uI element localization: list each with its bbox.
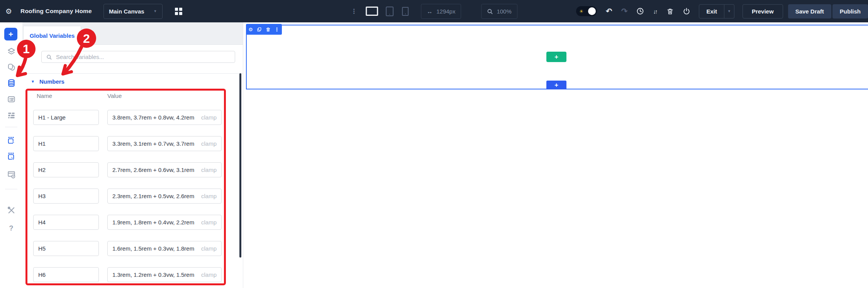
select-element-alt-icon[interactable] bbox=[7, 151, 16, 160]
numbers-section-toggle[interactable]: ▼ Numbers bbox=[31, 78, 64, 85]
variable-value-input[interactable]: 2.3rem, 2.1rem + 0.5vw, 2.6rem clamp bbox=[107, 189, 222, 204]
variable-row: 1.3rem, 1.2rem + 0.3vw, 1.5rem clamp bbox=[33, 267, 222, 282]
search-variables-input[interactable] bbox=[55, 53, 230, 61]
variable-row: 2.3rem, 2.1rem + 0.5vw, 2.6rem clamp bbox=[33, 189, 222, 204]
variable-value-text: 3.8rem, 3.7rem + 0.8vw, 4.2rem bbox=[112, 114, 194, 121]
add-section-below-button[interactable]: + bbox=[546, 81, 566, 89]
clamp-unit-label: clamp bbox=[201, 167, 217, 173]
publish-button[interactable]: Publish bbox=[832, 4, 868, 19]
variables-table: 3.8rem, 3.7rem + 0.8vw, 4.2rem clamp 3.3… bbox=[33, 110, 222, 282]
variable-row: 3.8rem, 3.7rem + 0.8vw, 4.2rem clamp bbox=[33, 110, 222, 125]
left-icon-rail: + ? bbox=[0, 22, 22, 288]
variable-value-text: 1.6rem, 1.5rem + 0.3vw, 1.8rem bbox=[112, 245, 194, 252]
variable-value-input[interactable]: 1.3rem, 1.2rem + 0.3vw, 1.5rem clamp bbox=[107, 267, 222, 282]
delete-element-trash-icon[interactable] bbox=[266, 27, 271, 32]
panel-tab-strip: Global Variables bbox=[22, 22, 243, 45]
variable-value-text: 1.9rem, 1.8rem + 0.4vw, 2.2rem bbox=[112, 219, 194, 226]
element-settings-gear-icon[interactable]: ⚙ bbox=[248, 27, 253, 32]
element-toolbar: ⚙ ⋮ bbox=[246, 24, 282, 35]
variable-value-input[interactable]: 1.6rem, 1.5rem + 0.3vw, 1.8rem clamp bbox=[107, 241, 222, 256]
zoom-value: 100% bbox=[497, 8, 511, 15]
variable-name-input[interactable] bbox=[33, 267, 99, 282]
theme-toggle[interactable]: ☀ bbox=[576, 6, 597, 16]
clamp-unit-label: clamp bbox=[201, 271, 217, 278]
layers-icon[interactable] bbox=[7, 47, 16, 56]
variable-value-input[interactable]: 3.8rem, 3.7rem + 0.8vw, 4.2rem clamp bbox=[107, 110, 222, 125]
variable-value-text: 2.3rem, 2.1rem + 0.5vw, 2.6rem bbox=[112, 193, 194, 199]
tablet-breakpoint-icon[interactable] bbox=[386, 7, 393, 16]
global-variables-panel: Global Variables ▼ Numbers Name Value 3.… bbox=[22, 22, 243, 288]
add-element-button[interactable]: + bbox=[4, 28, 17, 40]
variable-value-input[interactable]: 2.7rem, 2.6rem + 0.6vw, 3.1rem clamp bbox=[107, 162, 222, 177]
element-kebab-menu-icon[interactable]: ⋮ bbox=[275, 27, 280, 32]
rail-divider bbox=[5, 189, 17, 189]
clamp-unit-label: clamp bbox=[201, 140, 217, 147]
trash-icon[interactable] bbox=[666, 8, 674, 15]
power-icon[interactable] bbox=[683, 7, 690, 15]
variable-value-input[interactable]: 3.3rem, 3.1rem + 0.7vw, 3.7rem clamp bbox=[107, 136, 222, 151]
variable-name-input[interactable] bbox=[33, 110, 99, 125]
desktop-breakpoint-icon[interactable] bbox=[366, 7, 378, 16]
search-row bbox=[22, 45, 243, 74]
global-data-database-icon[interactable] bbox=[7, 78, 16, 88]
width-arrows-icon: ↔ bbox=[427, 8, 432, 15]
exit-button[interactable]: Exit bbox=[699, 4, 724, 19]
clamp-unit-label: clamp bbox=[201, 219, 217, 226]
variable-row: 1.9rem, 1.8rem + 0.4vw, 2.2rem clamp bbox=[33, 215, 222, 230]
zoom-control[interactable]: 100% bbox=[481, 4, 517, 19]
canvas-width-input[interactable]: ↔ 1294px bbox=[421, 4, 461, 19]
duplicate-icon[interactable] bbox=[257, 27, 262, 32]
template-pages-icon[interactable] bbox=[7, 62, 16, 72]
variable-value-input[interactable]: 1.9rem, 1.8rem + 0.4vw, 2.2rem clamp bbox=[107, 215, 222, 230]
exit-dropdown-chevron[interactable]: ▼ bbox=[724, 4, 734, 19]
clamp-unit-label: clamp bbox=[201, 245, 217, 252]
variable-name-input[interactable] bbox=[33, 215, 99, 230]
redo-icon[interactable]: ↷ bbox=[621, 7, 628, 16]
clamp-unit-label: clamp bbox=[201, 193, 217, 199]
variable-value-text: 1.3rem, 1.2rem + 0.3vw, 1.5rem bbox=[112, 271, 194, 278]
top-toolbar: ⚙ Roofing Company Home Main Canvas ▼ ⋮ ↔… bbox=[0, 0, 868, 23]
page-title: Roofing Company Home bbox=[20, 8, 92, 15]
history-icon[interactable] bbox=[636, 7, 644, 15]
toggle-knob bbox=[588, 7, 596, 15]
collapse-triangle-icon: ▼ bbox=[31, 79, 35, 84]
save-draft-button[interactable]: Save Draft bbox=[788, 4, 831, 19]
variable-name-input[interactable] bbox=[33, 162, 99, 177]
tab-global-variables[interactable]: Global Variables bbox=[23, 26, 81, 45]
variable-row: 3.3rem, 3.1rem + 0.7vw, 3.7rem clamp bbox=[33, 136, 222, 151]
mobile-breakpoint-icon[interactable] bbox=[402, 7, 409, 16]
settings-gear-icon[interactable]: ⚙ bbox=[5, 7, 12, 16]
editor-canvas[interactable]: ⚙ ⋮ + + bbox=[243, 22, 868, 288]
panel-scrollbar[interactable] bbox=[239, 73, 241, 258]
value-column-header: Value bbox=[107, 93, 122, 99]
chevron-down-icon: ▼ bbox=[727, 9, 731, 13]
rail-divider bbox=[5, 127, 17, 127]
sun-icon: ☀ bbox=[579, 8, 584, 14]
undo-icon[interactable]: ↶ bbox=[606, 7, 612, 16]
preview-button[interactable]: Preview bbox=[743, 4, 783, 19]
variable-value-text: 2.7rem, 2.6rem + 0.6vw, 3.1rem bbox=[112, 167, 194, 173]
canvas-width-value: 1294px bbox=[436, 8, 455, 15]
kebab-menu-icon[interactable]: ⋮ bbox=[351, 8, 357, 15]
variable-name-input[interactable] bbox=[33, 189, 99, 204]
search-box bbox=[41, 51, 235, 63]
grid-view-icon[interactable] bbox=[175, 8, 182, 15]
canvas-selector-dropdown[interactable]: Main Canvas ▼ bbox=[103, 4, 163, 19]
variable-row: 1.6rem, 1.5rem + 0.3vw, 1.8rem clamp bbox=[33, 241, 222, 256]
help-icon[interactable]: ? bbox=[7, 224, 16, 233]
add-element-inside-button[interactable]: + bbox=[546, 52, 566, 62]
sort-arrows-icon[interactable]: ↓↑ bbox=[653, 8, 658, 15]
browser-settings-icon[interactable] bbox=[7, 170, 16, 179]
chevron-down-icon: ▼ bbox=[154, 9, 157, 13]
magnifier-icon bbox=[487, 8, 493, 14]
variable-name-input[interactable] bbox=[33, 136, 99, 151]
button-presets-icon[interactable] bbox=[7, 94, 16, 104]
name-column-header: Name bbox=[37, 93, 52, 99]
tools-icon[interactable] bbox=[7, 205, 16, 215]
form-fields-icon[interactable] bbox=[7, 111, 16, 120]
variable-name-input[interactable] bbox=[33, 241, 99, 256]
select-element-icon[interactable] bbox=[7, 135, 16, 145]
exit-button-group: Exit ▼ bbox=[699, 4, 734, 19]
variable-value-text: 3.3rem, 3.1rem + 0.7vw, 3.7rem bbox=[112, 140, 194, 147]
clamp-unit-label: clamp bbox=[201, 114, 217, 121]
